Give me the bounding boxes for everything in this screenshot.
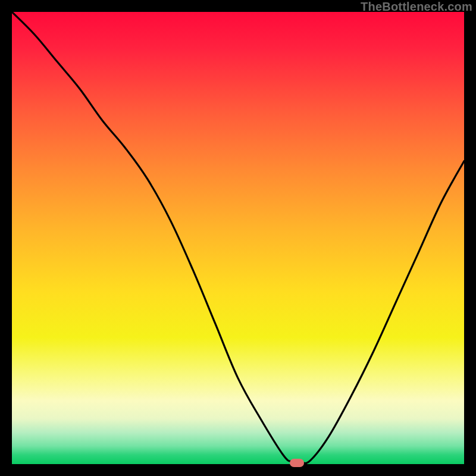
attribution-text: TheBottleneck.com bbox=[361, 0, 472, 14]
optimal-marker bbox=[290, 459, 304, 467]
bottleneck-curve bbox=[12, 12, 464, 464]
plot-area bbox=[12, 12, 464, 464]
chart-stage: TheBottleneck.com bbox=[0, 0, 476, 476]
